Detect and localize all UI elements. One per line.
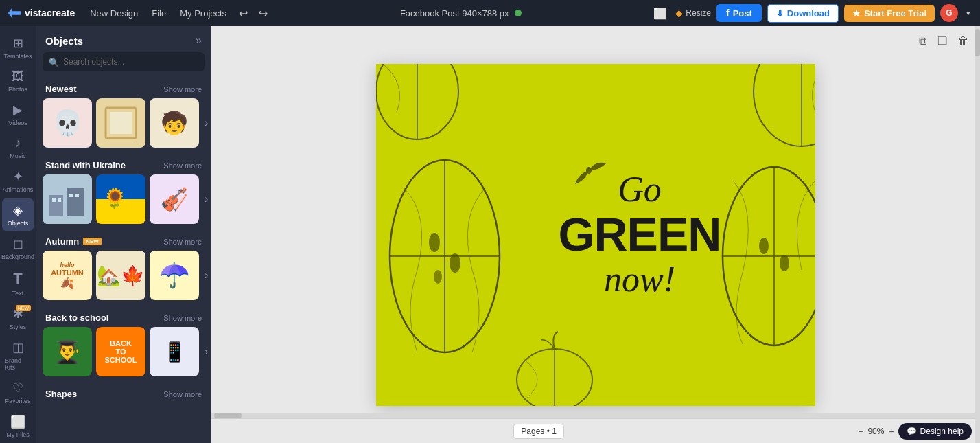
- sidebar-item-favorites[interactable]: ♡ Favorites: [2, 376, 34, 409]
- redo-button[interactable]: ↪: [256, 4, 270, 23]
- facebook-icon: f: [726, 8, 730, 19]
- zoom-controls: − 90% + 💬 Design help: [858, 423, 972, 440]
- svg-rect-5: [67, 188, 84, 216]
- bottom-scrollbar-thumb[interactable]: [214, 413, 242, 418]
- objects-panel: Objects » 🔍 Newest Show more 💀 🧒 › Stand…: [36, 26, 211, 443]
- newest-row-arrow[interactable]: ›: [205, 117, 208, 129]
- section-backtoschool-header: Back to school Show more: [36, 307, 211, 327]
- right-scrollbar[interactable]: [975, 26, 980, 443]
- sidebar-item-animations[interactable]: ✦ Animations: [2, 165, 34, 197]
- object-tablet[interactable]: 📱: [150, 327, 199, 376]
- object-hello-autumn[interactable]: hello AUTUMN 🍂: [43, 251, 92, 300]
- background-icon: ◻: [13, 236, 23, 251]
- top-bar: vistacreate New Design File My Projects …: [0, 0, 980, 26]
- sidebar-item-videos[interactable]: ▶ Videos: [2, 98, 34, 130]
- sidebar-item-templates[interactable]: ⊞ Templates: [2, 32, 34, 64]
- shapes-show-more[interactable]: Show more: [163, 390, 202, 398]
- object-ukraine-flag[interactable]: 🌻: [96, 174, 145, 224]
- delete-canvas-button[interactable]: 🗑: [955, 32, 972, 50]
- text-icon: T: [13, 270, 22, 288]
- canvas-title: Facebook Post 940×788 px: [400, 8, 509, 19]
- zoom-out-button[interactable]: −: [858, 426, 863, 437]
- svg-point-23: [759, 238, 769, 254]
- chat-icon: 💬: [907, 427, 917, 436]
- objects-icon: ◈: [13, 203, 23, 218]
- canvas-text: Go GREEN now!: [559, 170, 721, 299]
- search-input[interactable]: [43, 52, 205, 71]
- autumn-show-more[interactable]: Show more: [163, 238, 202, 246]
- zoom-level: 90%: [867, 427, 884, 436]
- section-ukraine-header: Stand with Ukraine Show more: [36, 155, 211, 174]
- canvas-title-area: Facebook Post 940×788 px: [276, 8, 645, 19]
- present-button[interactable]: ⬜: [651, 4, 670, 23]
- object-frame[interactable]: [96, 98, 145, 148]
- go-text: Go: [559, 170, 721, 209]
- ukraine-show-more[interactable]: Show more: [163, 161, 202, 170]
- sidebar-item-text[interactable]: T Text: [2, 266, 34, 301]
- trial-button[interactable]: ★ Start Free Trial: [844, 5, 935, 22]
- backtoschool-row: 👨‍🎓 BACKTOSCHOOL 📱 ›: [36, 327, 211, 383]
- main-area: ⧉ ❑ 🗑: [211, 26, 980, 443]
- copy-canvas-button[interactable]: ⧉: [916, 32, 929, 50]
- ukraine-row-arrow[interactable]: ›: [205, 193, 208, 205]
- post-button[interactable]: f Post: [716, 4, 762, 22]
- design-canvas[interactable]: Go GREEN now!: [376, 64, 815, 406]
- sidebar-item-music[interactable]: ♪ Music: [2, 132, 34, 163]
- brand-kits-icon: ◫: [12, 340, 24, 355]
- resize-button[interactable]: ◆ Resize: [675, 8, 711, 19]
- svg-rect-7: [58, 198, 61, 202]
- object-skull[interactable]: 💀: [43, 98, 92, 148]
- photos-icon: 🖼: [12, 69, 24, 84]
- svg-point-14: [450, 253, 460, 273]
- app-logo[interactable]: vistacreate: [7, 5, 75, 21]
- icon-sidebar: ⊞ Templates 🖼 Photos ▶ Videos ♪ Music ✦ …: [0, 26, 36, 443]
- newest-show-more[interactable]: Show more: [163, 85, 202, 93]
- object-character[interactable]: 🧒: [150, 98, 199, 148]
- top-right-actions: ⬜ ◆ Resize f Post ⬇ Download ★ Start Fre…: [651, 4, 973, 23]
- new-design-button[interactable]: New Design: [86, 5, 142, 21]
- object-city[interactable]: [43, 174, 92, 224]
- panel-collapse-button[interactable]: »: [196, 34, 202, 47]
- autumn-row-arrow[interactable]: ›: [205, 269, 208, 282]
- right-scrollbar-thumb[interactable]: [975, 29, 980, 56]
- sidebar-item-photos[interactable]: 🖼 Photos: [2, 65, 34, 97]
- section-autumn-header: Autumn NEW Show more: [36, 231, 211, 251]
- canvas-toolbar: ⧉ ❑ 🗑: [916, 32, 972, 50]
- templates-icon: ⊞: [13, 36, 23, 51]
- section-shapes-header: Shapes Show more: [36, 383, 211, 403]
- new-badge: NEW: [16, 305, 31, 311]
- file-button[interactable]: File: [148, 5, 170, 21]
- backtoschool-row-arrow[interactable]: ›: [205, 345, 208, 358]
- download-icon: ⬇: [776, 8, 784, 19]
- green-text: GREEN: [559, 209, 721, 260]
- bottom-bar: Pages • 1 − 90% + 💬 Design help: [211, 418, 980, 443]
- object-student-green[interactable]: 👨‍🎓: [43, 327, 92, 376]
- design-help-button[interactable]: 💬 Design help: [898, 423, 972, 440]
- avatar[interactable]: G: [940, 4, 958, 22]
- duplicate-canvas-button[interactable]: ❑: [935, 32, 950, 50]
- autumn-row: hello AUTUMN 🍂 🏡🍁 ☂️ ›: [36, 251, 211, 307]
- sidebar-item-brand-kits[interactable]: ◫ Brand Kits: [2, 336, 34, 375]
- animations-icon: ✦: [13, 169, 23, 184]
- sidebar-item-objects[interactable]: ◈ Objects: [2, 198, 34, 231]
- chevron-down-icon[interactable]: ▾: [964, 6, 973, 21]
- download-button[interactable]: ⬇ Download: [767, 4, 839, 23]
- backtoschool-show-more[interactable]: Show more: [163, 314, 202, 322]
- search-box: 🔍: [43, 52, 205, 71]
- panel-title: Objects: [45, 35, 83, 47]
- object-autumn-house[interactable]: 🏡🍁: [96, 251, 145, 300]
- sidebar-item-background[interactable]: ◻ Background: [2, 232, 34, 264]
- object-back-to-school-text[interactable]: BACKTOSCHOOL: [96, 327, 145, 376]
- sidebar-item-my-files[interactable]: ⬜ My Files: [2, 410, 34, 442]
- object-musician[interactable]: 🎻: [150, 174, 199, 224]
- svg-rect-9: [75, 194, 79, 197]
- my-projects-button[interactable]: My Projects: [176, 5, 231, 21]
- svg-point-24: [780, 255, 789, 271]
- bottom-canvas-scrollbar[interactable]: [211, 413, 975, 418]
- pages-indicator[interactable]: Pages • 1: [513, 424, 564, 439]
- zoom-in-button[interactable]: +: [888, 426, 894, 437]
- svg-rect-8: [69, 194, 73, 197]
- undo-button[interactable]: ↩: [236, 4, 250, 23]
- object-umbrella[interactable]: ☂️: [150, 251, 199, 300]
- sidebar-item-styles[interactable]: ✱ NEW Styles: [2, 302, 34, 334]
